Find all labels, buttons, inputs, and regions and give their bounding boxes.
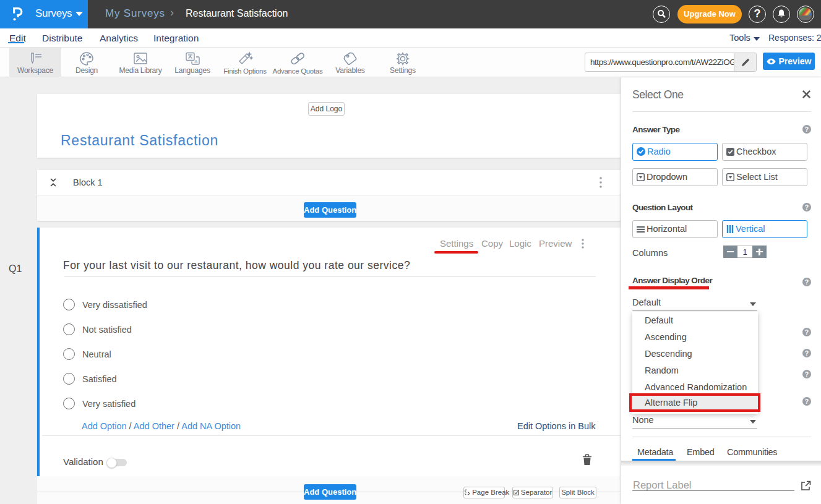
svg-text:A: A — [194, 59, 197, 64]
